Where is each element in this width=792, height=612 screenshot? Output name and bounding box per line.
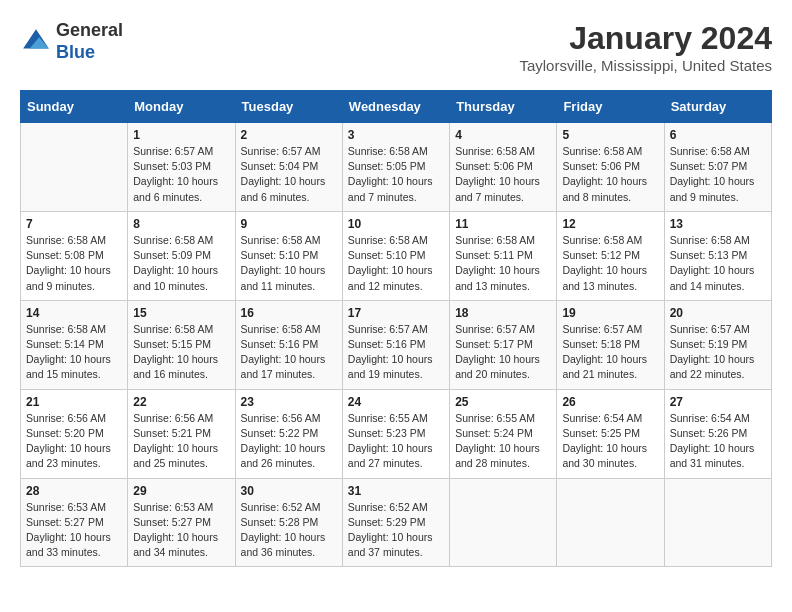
col-wednesday: Wednesday (342, 91, 449, 123)
day-info: Sunrise: 6:56 AMSunset: 5:21 PMDaylight:… (133, 411, 229, 472)
location-title: Taylorsville, Mississippi, United States (519, 57, 772, 74)
calendar-cell: 3Sunrise: 6:58 AMSunset: 5:05 PMDaylight… (342, 123, 449, 212)
day-number: 8 (133, 217, 229, 231)
day-number: 16 (241, 306, 337, 320)
title-block: January 2024 Taylorsville, Mississippi, … (519, 20, 772, 74)
calendar-cell: 10Sunrise: 6:58 AMSunset: 5:10 PMDayligh… (342, 211, 449, 300)
day-info: Sunrise: 6:52 AMSunset: 5:29 PMDaylight:… (348, 500, 444, 561)
day-info: Sunrise: 6:57 AMSunset: 5:03 PMDaylight:… (133, 144, 229, 205)
calendar-cell: 13Sunrise: 6:58 AMSunset: 5:13 PMDayligh… (664, 211, 771, 300)
day-info: Sunrise: 6:58 AMSunset: 5:15 PMDaylight:… (133, 322, 229, 383)
logo-blue: Blue (56, 42, 123, 64)
day-number: 12 (562, 217, 658, 231)
day-number: 29 (133, 484, 229, 498)
day-info: Sunrise: 6:58 AMSunset: 5:06 PMDaylight:… (455, 144, 551, 205)
logo: General Blue (20, 20, 123, 63)
calendar-cell: 8Sunrise: 6:58 AMSunset: 5:09 PMDaylight… (128, 211, 235, 300)
day-number: 18 (455, 306, 551, 320)
day-info: Sunrise: 6:58 AMSunset: 5:07 PMDaylight:… (670, 144, 766, 205)
day-number: 17 (348, 306, 444, 320)
col-friday: Friday (557, 91, 664, 123)
calendar-cell: 22Sunrise: 6:56 AMSunset: 5:21 PMDayligh… (128, 389, 235, 478)
day-info: Sunrise: 6:57 AMSunset: 5:04 PMDaylight:… (241, 144, 337, 205)
day-info: Sunrise: 6:52 AMSunset: 5:28 PMDaylight:… (241, 500, 337, 561)
calendar-week-5: 28Sunrise: 6:53 AMSunset: 5:27 PMDayligh… (21, 478, 772, 567)
col-thursday: Thursday (450, 91, 557, 123)
day-info: Sunrise: 6:57 AMSunset: 5:17 PMDaylight:… (455, 322, 551, 383)
calendar-cell: 23Sunrise: 6:56 AMSunset: 5:22 PMDayligh… (235, 389, 342, 478)
calendar-header: Sunday Monday Tuesday Wednesday Thursday… (21, 91, 772, 123)
logo-text: General Blue (56, 20, 123, 63)
calendar-cell: 4Sunrise: 6:58 AMSunset: 5:06 PMDaylight… (450, 123, 557, 212)
day-number: 27 (670, 395, 766, 409)
day-number: 9 (241, 217, 337, 231)
calendar-week-3: 14Sunrise: 6:58 AMSunset: 5:14 PMDayligh… (21, 300, 772, 389)
calendar-cell: 30Sunrise: 6:52 AMSunset: 5:28 PMDayligh… (235, 478, 342, 567)
day-info: Sunrise: 6:58 AMSunset: 5:09 PMDaylight:… (133, 233, 229, 294)
day-info: Sunrise: 6:58 AMSunset: 5:10 PMDaylight:… (348, 233, 444, 294)
calendar-cell (21, 123, 128, 212)
day-number: 1 (133, 128, 229, 142)
calendar-cell: 31Sunrise: 6:52 AMSunset: 5:29 PMDayligh… (342, 478, 449, 567)
day-info: Sunrise: 6:58 AMSunset: 5:16 PMDaylight:… (241, 322, 337, 383)
calendar-cell: 26Sunrise: 6:54 AMSunset: 5:25 PMDayligh… (557, 389, 664, 478)
col-monday: Monday (128, 91, 235, 123)
day-info: Sunrise: 6:58 AMSunset: 5:10 PMDaylight:… (241, 233, 337, 294)
day-number: 30 (241, 484, 337, 498)
day-info: Sunrise: 6:58 AMSunset: 5:08 PMDaylight:… (26, 233, 122, 294)
calendar-body: 1Sunrise: 6:57 AMSunset: 5:03 PMDaylight… (21, 123, 772, 567)
calendar-cell: 9Sunrise: 6:58 AMSunset: 5:10 PMDaylight… (235, 211, 342, 300)
day-number: 24 (348, 395, 444, 409)
col-tuesday: Tuesday (235, 91, 342, 123)
calendar-cell (664, 478, 771, 567)
day-number: 26 (562, 395, 658, 409)
calendar-week-2: 7Sunrise: 6:58 AMSunset: 5:08 PMDaylight… (21, 211, 772, 300)
day-number: 3 (348, 128, 444, 142)
day-info: Sunrise: 6:57 AMSunset: 5:16 PMDaylight:… (348, 322, 444, 383)
day-info: Sunrise: 6:56 AMSunset: 5:22 PMDaylight:… (241, 411, 337, 472)
calendar-cell: 16Sunrise: 6:58 AMSunset: 5:16 PMDayligh… (235, 300, 342, 389)
day-number: 13 (670, 217, 766, 231)
day-info: Sunrise: 6:58 AMSunset: 5:14 PMDaylight:… (26, 322, 122, 383)
day-info: Sunrise: 6:58 AMSunset: 5:13 PMDaylight:… (670, 233, 766, 294)
day-info: Sunrise: 6:58 AMSunset: 5:12 PMDaylight:… (562, 233, 658, 294)
calendar-cell: 17Sunrise: 6:57 AMSunset: 5:16 PMDayligh… (342, 300, 449, 389)
day-info: Sunrise: 6:54 AMSunset: 5:26 PMDaylight:… (670, 411, 766, 472)
day-number: 15 (133, 306, 229, 320)
day-info: Sunrise: 6:56 AMSunset: 5:20 PMDaylight:… (26, 411, 122, 472)
day-number: 31 (348, 484, 444, 498)
day-number: 11 (455, 217, 551, 231)
calendar-cell: 18Sunrise: 6:57 AMSunset: 5:17 PMDayligh… (450, 300, 557, 389)
calendar-cell: 1Sunrise: 6:57 AMSunset: 5:03 PMDaylight… (128, 123, 235, 212)
col-sunday: Sunday (21, 91, 128, 123)
day-number: 20 (670, 306, 766, 320)
day-number: 14 (26, 306, 122, 320)
calendar-cell: 11Sunrise: 6:58 AMSunset: 5:11 PMDayligh… (450, 211, 557, 300)
calendar-cell: 12Sunrise: 6:58 AMSunset: 5:12 PMDayligh… (557, 211, 664, 300)
day-info: Sunrise: 6:55 AMSunset: 5:24 PMDaylight:… (455, 411, 551, 472)
calendar-cell: 28Sunrise: 6:53 AMSunset: 5:27 PMDayligh… (21, 478, 128, 567)
day-info: Sunrise: 6:58 AMSunset: 5:05 PMDaylight:… (348, 144, 444, 205)
day-number: 6 (670, 128, 766, 142)
day-info: Sunrise: 6:57 AMSunset: 5:18 PMDaylight:… (562, 322, 658, 383)
day-number: 25 (455, 395, 551, 409)
calendar-cell: 14Sunrise: 6:58 AMSunset: 5:14 PMDayligh… (21, 300, 128, 389)
calendar-cell (557, 478, 664, 567)
calendar-cell: 24Sunrise: 6:55 AMSunset: 5:23 PMDayligh… (342, 389, 449, 478)
header-row: Sunday Monday Tuesday Wednesday Thursday… (21, 91, 772, 123)
calendar-table: Sunday Monday Tuesday Wednesday Thursday… (20, 90, 772, 567)
day-info: Sunrise: 6:53 AMSunset: 5:27 PMDaylight:… (133, 500, 229, 561)
day-info: Sunrise: 6:54 AMSunset: 5:25 PMDaylight:… (562, 411, 658, 472)
calendar-cell: 6Sunrise: 6:58 AMSunset: 5:07 PMDaylight… (664, 123, 771, 212)
calendar-cell: 29Sunrise: 6:53 AMSunset: 5:27 PMDayligh… (128, 478, 235, 567)
month-title: January 2024 (519, 20, 772, 57)
calendar-cell: 15Sunrise: 6:58 AMSunset: 5:15 PMDayligh… (128, 300, 235, 389)
calendar-cell (450, 478, 557, 567)
day-number: 4 (455, 128, 551, 142)
day-info: Sunrise: 6:57 AMSunset: 5:19 PMDaylight:… (670, 322, 766, 383)
page-header: General Blue January 2024 Taylorsville, … (20, 20, 772, 74)
day-number: 7 (26, 217, 122, 231)
day-number: 10 (348, 217, 444, 231)
day-info: Sunrise: 6:58 AMSunset: 5:06 PMDaylight:… (562, 144, 658, 205)
day-number: 19 (562, 306, 658, 320)
